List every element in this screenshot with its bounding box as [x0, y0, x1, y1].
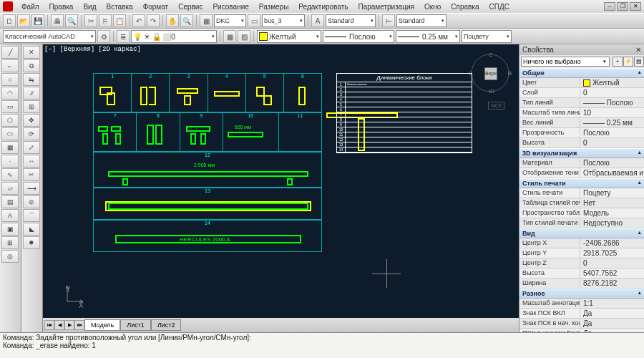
prop-row[interactable]: Стиль печатиПоцвету	[519, 188, 644, 198]
menu-draw[interactable]: Рисование	[208, 1, 253, 12]
textstyle-icon[interactable]: A	[311, 14, 324, 27]
new-icon[interactable]: 🗋	[3, 14, 16, 27]
dimstyle-icon[interactable]: ⊢	[382, 14, 395, 27]
mtext-icon[interactable]: A	[1, 209, 19, 222]
line-icon[interactable]: ╱	[1, 46, 19, 59]
pickadd-icon[interactable]: +	[613, 57, 623, 67]
tab-first-icon[interactable]: ⏮	[44, 320, 54, 330]
ellipse-icon[interactable]: ⬭	[1, 127, 19, 140]
menu-format[interactable]: Формат	[139, 1, 173, 12]
stretch-icon[interactable]: ↔	[23, 155, 40, 168]
table-icon[interactable]: ▤	[1, 195, 19, 208]
point-icon[interactable]: ·	[1, 155, 19, 168]
pline-icon[interactable]: ⌐	[1, 59, 19, 72]
menu-help[interactable]: Справка	[447, 1, 483, 12]
prop-group[interactable]: 3D визуализация	[519, 148, 644, 158]
max-button[interactable]: ❐	[617, 2, 628, 11]
tab-last-icon[interactable]: ⏭	[74, 320, 84, 330]
drawing-canvas[interactable]: [–] [Верхняя] [2D каркас] С Ю В З Верх М…	[43, 44, 519, 332]
prop-row[interactable]: Масштаб аннотаций1:1	[519, 299, 644, 309]
preview-icon[interactable]: 🔍	[65, 14, 78, 27]
prop-row[interactable]: Тип линий——— Послою	[519, 98, 644, 108]
workspace-select[interactable]: Классический AutoCAD	[3, 30, 96, 43]
bus-icon[interactable]: ▭	[248, 14, 260, 27]
hatch-icon[interactable]: ▦	[1, 141, 19, 154]
break-icon[interactable]: ⊘	[23, 195, 40, 208]
menu-window[interactable]: Окно	[420, 1, 445, 12]
prop-row[interactable]: Центр X-2406.2686	[519, 238, 644, 248]
quicksel-icon[interactable]: ⚡	[623, 57, 633, 67]
dkc-icon[interactable]: ▦	[200, 14, 213, 27]
insert-icon[interactable]: ⊞	[1, 236, 19, 249]
ucs-label[interactable]: МСК	[488, 102, 504, 110]
tab-next-icon[interactable]: ▶	[64, 320, 74, 330]
copy-icon[interactable]: ⎘	[99, 14, 112, 27]
viewcube-e[interactable]: В	[508, 70, 512, 77]
menu-tools[interactable]: Сервис	[174, 1, 207, 12]
print-icon[interactable]: 🖶	[51, 14, 64, 27]
layerprop-icon[interactable]: ≣	[117, 30, 130, 43]
prop-row[interactable]: Вес линий——— 0.25 мм	[519, 118, 644, 128]
bus-select[interactable]: bus_3	[262, 14, 305, 27]
arc-icon[interactable]: ◠	[1, 87, 19, 100]
command-line[interactable]: Команда: Задайте противоположный угол ил…	[0, 332, 644, 358]
cut-icon[interactable]: ✂	[84, 14, 97, 27]
ws-gear-icon[interactable]: ⚙	[97, 30, 110, 43]
menu-spds[interactable]: СПДС	[485, 1, 514, 12]
prop-row[interactable]: Центр Y2918.7025	[519, 248, 644, 258]
polygon-icon[interactable]: ⬡	[1, 114, 19, 127]
prop-row[interactable]: ПрозрачностьПослою	[519, 128, 644, 138]
rect-icon[interactable]: ▭	[1, 100, 19, 113]
block-icon[interactable]: ▣	[1, 223, 19, 236]
layer-select[interactable]: 💡 ☀ 🔓 ⬜ 0	[131, 30, 217, 43]
save-icon[interactable]: 💾	[31, 14, 44, 27]
prop-row[interactable]: Слой0	[519, 88, 644, 98]
prop-row[interactable]: МатериалПослою	[519, 158, 644, 168]
dimstyle-select[interactable]: Standard	[396, 14, 447, 27]
region-icon[interactable]: ▱	[1, 182, 19, 195]
trim-icon[interactable]: ✂	[23, 168, 40, 181]
rotate-icon[interactable]: ⟳	[23, 127, 40, 140]
viewcube-top[interactable]: Верх	[484, 67, 497, 80]
fillet-icon[interactable]: ⌒	[23, 209, 40, 222]
dkc-select[interactable]: DKC	[214, 14, 246, 27]
prop-row[interactable]: Ширина8276.2182	[519, 279, 644, 289]
viewcube-s[interactable]: Ю	[489, 88, 494, 95]
donut-icon[interactable]: ◎	[1, 250, 19, 263]
min-button[interactable]: –	[604, 2, 615, 11]
spline-icon[interactable]: ∿	[1, 168, 19, 181]
menu-edit[interactable]: Правка	[45, 1, 78, 12]
prop-row[interactable]: Высота5407.7562	[519, 268, 644, 279]
prop-row[interactable]: ЦветЖелтый	[519, 78, 644, 88]
close-button[interactable]: ✕	[630, 2, 641, 11]
array-icon[interactable]: ⊞	[23, 100, 40, 113]
tab-sheet2[interactable]: Лист2	[151, 319, 182, 331]
open-icon[interactable]: 📂	[17, 14, 30, 27]
layermatch-icon[interactable]: ▦	[223, 30, 236, 43]
prop-row[interactable]: Знак ПСК ВКЛДа	[519, 309, 644, 319]
copy-icon[interactable]: ⧉	[23, 59, 40, 72]
menu-param[interactable]: Параметризация	[353, 1, 419, 12]
prop-row[interactable]: Отображение тениОтбрасываемая и прини...	[519, 168, 644, 178]
prop-group[interactable]: Вид	[519, 228, 644, 238]
offset-icon[interactable]: ⫽	[23, 87, 40, 100]
explode-icon[interactable]: ✸	[23, 236, 40, 249]
lineweight-select[interactable]: 0.25 мм	[396, 30, 460, 43]
prop-group[interactable]: Разное	[519, 289, 644, 299]
prop-row[interactable]: Центр Z0	[519, 258, 644, 268]
chamfer-icon[interactable]: ◣	[23, 223, 40, 236]
linetype-select[interactable]: Послою	[323, 30, 394, 43]
prop-row[interactable]: Таблица стилей печатиНет	[519, 198, 644, 208]
menu-file[interactable]: Файл	[17, 1, 44, 12]
menu-dim[interactable]: Размеры	[255, 1, 293, 12]
circle-icon[interactable]: ○	[1, 73, 19, 86]
prop-row[interactable]: ПСК в каждом ВэкранеДа	[519, 329, 644, 332]
prop-group[interactable]: Стиль печати	[519, 178, 644, 188]
pan-icon[interactable]: ✋	[166, 14, 179, 27]
paste-icon[interactable]: 📋	[113, 14, 126, 27]
mirror-icon[interactable]: ⇋	[23, 73, 40, 86]
redo-icon[interactable]: ↷	[147, 14, 160, 27]
erase-icon[interactable]: ✕	[23, 46, 40, 59]
viewcube[interactable]: С Ю В З Верх	[469, 52, 512, 95]
textstyle-select[interactable]: Standard	[326, 14, 376, 27]
